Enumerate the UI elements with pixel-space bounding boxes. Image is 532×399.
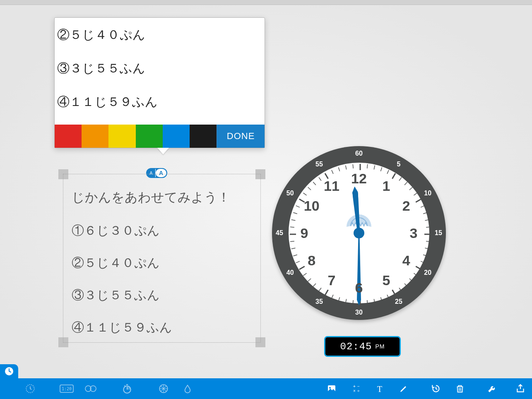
- svg-line-59: [353, 164, 353, 168]
- stopwatch-icon: [122, 383, 132, 394]
- svg-line-34: [332, 295, 333, 298]
- svg-line-10: [416, 199, 421, 202]
- minute-number: 35: [315, 298, 323, 305]
- svg-line-16: [426, 241, 430, 242]
- trash-icon: [455, 384, 465, 394]
- svg-line-43: [291, 248, 296, 249]
- minute-number: 15: [435, 229, 442, 237]
- text-block[interactable]: じかんをあわせてみよう！ ①６じ３０ぷん ②５じ４０ぷん ③３じ５５ふん ④１１…: [63, 174, 261, 343]
- text-block-line: ④１１じ５９ふん: [72, 311, 252, 344]
- minute-number: 50: [286, 190, 294, 197]
- hour-number: 9: [301, 225, 308, 241]
- image-icon: [327, 384, 337, 394]
- hour-number: 8: [308, 252, 315, 269]
- done-button[interactable]: DONE: [217, 125, 265, 148]
- hour-number: 1: [383, 178, 390, 194]
- svg-line-40: [299, 267, 305, 270]
- toolbar-notch[interactable]: [0, 364, 18, 378]
- svg-line-3: [380, 167, 382, 171]
- minute-number: 10: [424, 190, 431, 197]
- wnd-title-strip: [0, 0, 532, 5]
- svg-line-8: [409, 187, 412, 190]
- tool-pencil[interactable]: [392, 378, 416, 399]
- svg-line-22: [409, 279, 412, 281]
- editor-line[interactable]: ②５じ４０ぷん: [57, 18, 265, 51]
- digital-clock[interactable]: 02:45 PM: [324, 336, 401, 357]
- spacer: [139, 378, 152, 399]
- spacer: [200, 378, 320, 399]
- analog-clock[interactable]: 60510152025303540455055121234567891011: [272, 146, 446, 320]
- tool-digital[interactable]: 1:20: [55, 378, 79, 399]
- svg-line-46: [290, 227, 294, 227]
- clock-hub: [354, 228, 364, 238]
- hour-number: 2: [402, 198, 410, 214]
- svg-line-13: [425, 220, 429, 221]
- editor-line[interactable]: ③３じ５５ふん: [57, 51, 265, 85]
- digital-clock-icon: 1:20: [60, 385, 74, 393]
- color-green[interactable]: [136, 125, 163, 148]
- text-block-selection[interactable]: A A じかんをあわせてみよう！ ①６じ３０ぷん ②５じ４０ぷん ③３じ５５ふん…: [58, 169, 265, 347]
- svg-line-1: [367, 164, 368, 168]
- svg-line-37: [313, 284, 316, 286]
- editor-textarea[interactable]: ②５じ４０ぷん ③３じ５５ふん ④１１じ５９ふん: [55, 18, 265, 125]
- spacer: [42, 378, 55, 399]
- svg-point-70: [329, 387, 331, 389]
- text-editor-popup: ②５じ４０ぷん ③３じ５５ふん ④１１じ５９ふん DONE: [54, 17, 265, 148]
- tool-history[interactable]: [424, 378, 448, 399]
- svg-line-47: [291, 220, 296, 221]
- text-block-line: ①６じ３０ぷん: [72, 214, 252, 247]
- tool-fraction[interactable]: [152, 378, 176, 399]
- minute-number: 30: [355, 309, 363, 316]
- editor-line[interactable]: ④１１じ５９ふん: [57, 85, 265, 118]
- hour-number: 4: [402, 252, 410, 269]
- tool-stopwatch[interactable]: [115, 378, 139, 399]
- svg-line-11: [421, 206, 424, 207]
- color-black[interactable]: [190, 125, 217, 148]
- svg-text:1:20: 1:20: [62, 387, 72, 391]
- svg-line-44: [290, 241, 294, 242]
- svg-text:÷: ÷: [357, 389, 360, 393]
- svg-line-31: [353, 300, 353, 304]
- svg-line-41: [296, 261, 300, 263]
- svg-line-9: [414, 193, 417, 195]
- elapsed-time-icon: [84, 385, 97, 393]
- tool-elapsed[interactable]: [79, 378, 103, 399]
- tool-operations[interactable]: +−×÷: [344, 378, 368, 399]
- svg-line-2: [374, 166, 375, 170]
- text-block-title: じかんをあわせてみよう！: [72, 181, 252, 214]
- tool-analog-empty[interactable]: [18, 378, 42, 399]
- tool-text[interactable]: T: [368, 378, 392, 399]
- svg-text:+: +: [353, 384, 356, 389]
- svg-line-52: [308, 187, 311, 190]
- svg-line-19: [421, 261, 424, 263]
- color-red[interactable]: [55, 125, 82, 148]
- svg-line-4: [387, 170, 389, 174]
- svg-text:T: T: [377, 385, 382, 394]
- svg-line-25: [392, 290, 396, 295]
- tool-drop[interactable]: [176, 378, 200, 399]
- svg-line-48: [293, 212, 297, 214]
- tool-image[interactable]: [320, 378, 344, 399]
- svg-line-28: [374, 299, 375, 303]
- color-blue[interactable]: [163, 125, 190, 148]
- minute-number: 40: [286, 269, 294, 276]
- text-block-line: ②５じ４０ぷん: [72, 247, 252, 279]
- svg-line-6: [399, 177, 402, 180]
- svg-line-56: [332, 170, 333, 174]
- minute-number: 20: [424, 269, 431, 276]
- workspace-canvas[interactable]: ②５じ４０ぷん ③３じ５５ふん ④１１じ５９ふん DONE A A: [0, 5, 532, 399]
- tool-trash[interactable]: [448, 378, 472, 399]
- tool-share[interactable]: [508, 378, 532, 399]
- svg-line-51: [303, 193, 306, 195]
- color-orange[interactable]: [82, 125, 108, 148]
- color-yellow[interactable]: [108, 125, 135, 148]
- history-icon: [431, 383, 441, 394]
- svg-line-24: [399, 288, 402, 291]
- hour-number: 11: [324, 178, 339, 194]
- svg-line-18: [423, 255, 427, 256]
- tool-wrench[interactable]: [480, 378, 504, 399]
- fraction-circle-icon: [158, 383, 169, 394]
- svg-text:−: −: [357, 384, 360, 389]
- svg-line-33: [338, 297, 339, 301]
- svg-line-39: [303, 273, 306, 276]
